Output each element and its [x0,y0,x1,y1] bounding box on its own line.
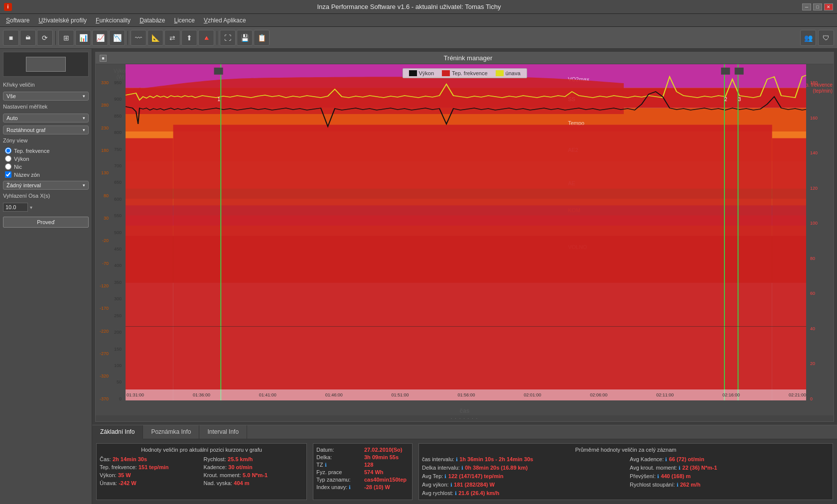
zones-view-label: Zóny view [3,137,89,143]
tz-row: TZ ℹ 128 [316,462,409,468]
toolbar-btn-13[interactable]: ⛶ [220,30,236,46]
menu-uzivatelske-profily[interactable]: Uživatelské profily [34,16,91,25]
datum-row: Datum: 27.02.2010(So) [316,447,409,453]
avg-vykon-label: Avg výkon: ℹ [422,482,452,488]
toolbar-shield-btn[interactable]: 🛡 [818,30,834,46]
svg-text:2: 2 [724,97,727,102]
menu-databaze[interactable]: Databáze [136,16,169,25]
cursor-row-cas: Čas: 2h 14min 30s [100,456,200,463]
avg-rychlost-stoupani-icon[interactable]: ℹ [677,482,679,488]
tab-interval-info[interactable]: Interval Info [199,425,247,439]
x-label-9: 02:16:00 [722,392,740,397]
toolbar-btn-9[interactable]: 📐 [147,30,163,46]
scroll-indicator[interactable]: · · · · · · · [96,415,834,421]
avg-prevyseni-icon[interactable]: ℹ [657,474,659,479]
interval-dropdown[interactable]: Žádný interval ▾ [3,181,89,190]
toolbar-btn-3[interactable]: ⟳ [37,30,53,46]
radio-tep-frekvence[interactable]: Tep. frekvence [5,147,89,154]
avg-krout-icon[interactable]: ℹ [679,465,681,471]
tab-poznamka-info[interactable]: Poznámka Info [143,425,199,439]
toolbar-btn-1[interactable]: ■ [3,30,19,46]
curves-dropdown-arrow: ▾ [83,94,85,99]
toolbar-btn-15[interactable]: 📋 [254,30,270,46]
toolbar-btn-8[interactable]: 〰 [131,30,146,46]
main-layout: Křivky veličin Vše ▾ Nastavení měřítek A… [0,49,837,504]
toolbar-btn-5[interactable]: 📊 [75,30,91,46]
minimize-button[interactable]: ─ [802,3,811,10]
toolbar-btn-6[interactable]: 📈 [92,30,108,46]
avg-rychlost-stoupani-value: 262 m/h [680,482,700,488]
curves-label: Křivky veličin [3,82,89,88]
curves-dropdown[interactable]: Vše ▾ [3,92,89,101]
toolbar-btn-7[interactable]: 📉 [109,30,125,46]
tz-icon[interactable]: ℹ [325,462,327,468]
x-label-6: 02:01:00 [524,392,541,397]
checkbox-nazev-zon[interactable]: Název zón [5,171,89,178]
menu-vzhled-aplikace[interactable]: Vzhled Aplikace [200,16,250,25]
measurement-label: Nastavení měřítek [3,104,89,110]
avg-delka-row: Delka intervalu: ℹ 0h 38min 20s (16.89 k… [422,464,622,471]
smooth-input[interactable] [3,203,28,212]
datum-label: Datum: [316,447,361,453]
chart-main[interactable]: VO2max SS Tempo AE2 AE KOM VOLNO [126,64,806,400]
nad-vyska-label: Nad. vyska: [204,480,232,486]
svg-rect-20 [173,125,772,401]
typ-zaznamu-value: cas40min150tep [364,477,407,483]
toolbar-btn-12[interactable]: 🔺 [198,30,214,46]
tz-label: TZ ℹ [316,462,361,468]
toolbar-users-btn[interactable]: 👥 [800,30,816,46]
avg-rychlost-icon[interactable]: ℹ [455,491,457,496]
avg-cas-icon[interactable]: ℹ [456,457,458,462]
kadence-label: Kadence: [204,464,227,470]
svg-rect-23 [214,68,223,75]
app-icon: i [4,3,12,11]
smooth-arrow: ▾ [30,205,32,210]
avg-tep-icon[interactable]: ℹ [444,474,446,479]
chart-svg: VO2max SS Tempo AE2 AE KOM VOLNO [126,64,806,400]
toolbar-btn-11[interactable]: ⬆ [181,30,197,46]
radio-vykon[interactable]: Výkon [5,155,89,162]
radio-nic[interactable]: Nic [5,163,89,170]
close-button[interactable]: ✕ [824,3,833,10]
cursor-row-rychlost: Rychlost: 25.5 km/h [204,456,304,463]
fyz-prace-label: Fyz. prace [316,469,361,475]
tab-zakladni-info[interactable]: Základní Info [92,425,143,439]
stretch-dropdown[interactable]: Roztáhnout graf ▾ [3,126,89,134]
left-panel: Křivky veličin Vše ▾ Nastavení měřítek A… [0,49,92,504]
svg-rect-26 [721,68,730,75]
avg-vykon-icon[interactable]: ℹ [450,482,452,488]
avg-rychlost-value: 21.6 (26.4) km/h [458,490,499,496]
menu-funkcionality[interactable]: Funkcionality [92,16,135,25]
tab-bar: Základní Info Poznámka Info Interval Inf… [92,425,837,439]
index-unavy-icon[interactable]: ℹ [349,485,351,490]
cas-label: Čas: [100,456,111,462]
toolbar-sep-2 [128,31,128,45]
right-content: ■ Trénink manager Výkon Tep. frekvence [92,49,837,504]
maximize-button[interactable]: □ [813,3,822,10]
avg-stats-title: Průměrné hodnoty veličin za celý záznam [422,447,830,453]
scroll-dots: · · · · · · · [451,416,478,421]
cursor-values-grid: Čas: 2h 14min 30s Rychlost: 25.5 km/h Te… [100,456,303,487]
avg-prevyseni-row: Převýšení: ℹ 440 (168) m [630,473,830,480]
menu-licence[interactable]: Licence [170,16,199,25]
avg-delka-icon[interactable]: ℹ [461,465,463,471]
menu-software[interactable]: Software [2,16,33,25]
toolbar-btn-4[interactable]: ⊞ [58,30,74,46]
toolbar-btn-10[interactable]: ⇄ [164,30,180,46]
x-label-8: 02:11:00 [656,392,674,397]
delka-label: Delka: [316,454,361,460]
bottom-panel: Základní Info Poznámka Info Interval Inf… [92,425,837,504]
x-label-7: 02:06:00 [590,392,607,397]
measurement-dropdown[interactable]: Auto ▾ [3,114,89,123]
avg-kadence-icon[interactable]: ℹ [665,457,667,462]
avg-tep-value: 122 (147/147) tep/min [448,473,504,479]
toolbar-btn-2[interactable]: 🏔 [20,30,36,46]
preview-box [3,52,89,77]
legend-color-vykon [409,70,417,76]
datum-value: 27.02.2010(So) [364,447,402,453]
chart-area: Výkon Tep. frekvence únava 950 [96,64,834,415]
provedt-button[interactable]: Proveď [3,217,89,228]
chart-collapse-btn[interactable]: ■ [100,55,107,62]
toolbar-btn-14[interactable]: 💾 [237,30,253,46]
cursor-row-tep: Tep. frekvence: 151 tep/min [100,464,200,471]
